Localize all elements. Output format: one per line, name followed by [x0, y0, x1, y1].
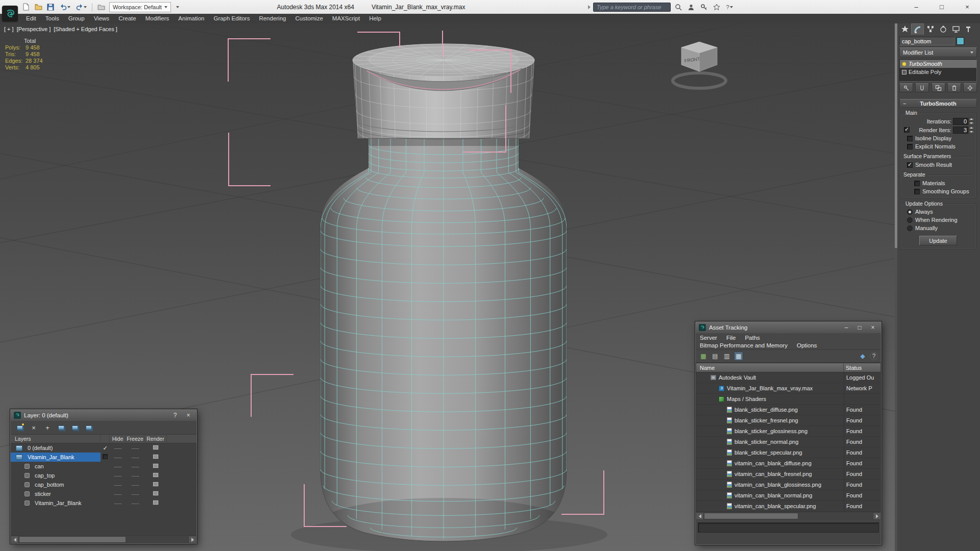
layer-name-cell[interactable]: can	[11, 462, 101, 471]
layer-explorer-window[interactable]: Layer: 0 (default) ? × × + Layers Hide F…	[10, 409, 197, 544]
hide-toggle[interactable]	[110, 463, 126, 469]
column-freeze[interactable]: Freeze	[126, 435, 144, 443]
update-button[interactable]: Update	[919, 236, 957, 245]
command-panel-scrollbar[interactable]	[895, 23, 897, 551]
layer-row[interactable]: can	[11, 462, 197, 471]
render-iters-checkbox[interactable]	[904, 127, 910, 133]
infocenter-toggle-icon[interactable]	[588, 5, 591, 9]
hide-toggle[interactable]	[110, 445, 126, 451]
render-flag-icon[interactable]	[153, 482, 159, 487]
menu-views[interactable]: Views	[89, 14, 114, 23]
asset-row[interactable]: vitamin_can_blank_normal.pngFound	[696, 490, 880, 501]
layer-row[interactable]: cap_bottom	[11, 480, 197, 489]
asset-name-cell[interactable]: blank_sticker_fresnel.png	[696, 415, 844, 425]
vitamin-jar-model[interactable]	[316, 44, 571, 551]
menu-maxscript[interactable]: MAXScript	[328, 14, 364, 23]
scroll-left-button[interactable]	[11, 536, 19, 543]
close-button[interactable]: ×	[954, 0, 980, 14]
new-scene-button[interactable]	[20, 2, 32, 13]
manually-radio[interactable]	[907, 226, 913, 231]
asset-name-cell[interactable]: blank_sticker_specular.png	[696, 447, 844, 458]
add-selection-to-layer-button[interactable]: +	[42, 422, 53, 433]
project-folder-button[interactable]	[95, 2, 107, 13]
menu-create[interactable]: Create	[114, 14, 141, 23]
infocenter-search-input[interactable]	[593, 3, 671, 12]
layer-name-cell[interactable]: Vitamin_Jar_Blank	[11, 453, 101, 462]
layer-help-button[interactable]: ?	[170, 411, 180, 419]
asset-maximize-button[interactable]: □	[854, 323, 865, 332]
view-grid-icon[interactable]: ▦	[734, 352, 743, 361]
always-radio[interactable]	[907, 209, 913, 215]
render-iters-field[interactable]: 3	[953, 127, 968, 134]
make-unique-button[interactable]	[932, 83, 945, 92]
workspace-selector[interactable]: Workspace: Default	[109, 2, 171, 12]
asset-row[interactable]: blank_sticker_glossiness.pngFound	[696, 426, 880, 437]
render-flag-icon[interactable]	[153, 454, 159, 459]
scrollbar-thumb[interactable]	[19, 536, 126, 543]
layer-row[interactable]: Vitamin_Jar_Blank	[11, 498, 197, 508]
render-flag-icon[interactable]	[153, 472, 159, 478]
delete-layer-button[interactable]: ×	[29, 422, 39, 433]
viewport-pov-menu[interactable]: [Perspective ]	[17, 26, 51, 32]
modifier-enabled-bulb-icon[interactable]	[902, 62, 906, 66]
iterations-spinner[interactable]	[969, 117, 974, 125]
tab-utilities[interactable]	[962, 23, 975, 35]
viewport-shading-menu[interactable]: [Shaded + Edged Faces ]	[54, 26, 117, 32]
modifier-stack-item-editable-poly[interactable]: Editable Poly	[900, 68, 976, 76]
layer-name-cell[interactable]: cap_bottom	[11, 480, 101, 489]
layer-row[interactable]: cap_top	[11, 471, 197, 480]
scrollbar-thumb[interactable]	[895, 23, 897, 248]
layer-horizontal-scrollbar[interactable]	[11, 535, 197, 543]
render-flag-icon[interactable]	[153, 445, 159, 450]
asset-row[interactable]: vitamin_can_blank_glossiness.pngFound	[696, 480, 880, 490]
column-layers[interactable]: Layers	[11, 435, 101, 443]
render-iters-spinner[interactable]	[969, 126, 974, 134]
render-cell[interactable]	[144, 445, 167, 451]
asset-menu-server[interactable]: Server	[700, 335, 717, 341]
freeze-toggle[interactable]	[126, 454, 144, 460]
asset-menu-options[interactable]: Options	[797, 342, 817, 348]
asset-name-cell[interactable]: vitamin_can_blank_normal.png	[696, 490, 844, 500]
scroll-right-button[interactable]	[188, 536, 197, 543]
tab-create[interactable]	[898, 23, 911, 35]
smoothing-groups-checkbox[interactable]	[914, 189, 920, 194]
asset-name-cell[interactable]: vitamin_can_blank_diffuse.png	[696, 458, 844, 468]
asset-name-cell[interactable]: Autodesk Vault	[696, 372, 844, 383]
asset-name-cell[interactable]: Vitamin_Jar_Blank_max_vray.max	[696, 383, 844, 393]
favorites-icon[interactable]	[712, 2, 722, 12]
asset-row[interactable]: blank_sticker_normal.pngFound	[696, 437, 880, 447]
resolve-paths-icon[interactable]: ◆	[858, 352, 867, 361]
search-icon[interactable]	[673, 2, 683, 12]
object-color-swatch[interactable]	[957, 37, 964, 45]
explicit-normals-checkbox[interactable]	[907, 144, 913, 149]
when-rendering-radio[interactable]	[907, 217, 913, 223]
column-name[interactable]: Name	[696, 363, 844, 372]
menu-edit[interactable]: Edit	[21, 14, 41, 23]
render-cell[interactable]	[144, 454, 167, 460]
menu-customize[interactable]: Customize	[290, 14, 327, 23]
iterations-field[interactable]: 0	[953, 118, 968, 125]
show-end-result-button[interactable]	[915, 83, 929, 92]
current-layer-box[interactable]	[103, 454, 108, 459]
render-cell[interactable]	[144, 482, 167, 488]
maximize-button[interactable]: □	[929, 0, 954, 14]
scroll-right-button[interactable]	[873, 512, 881, 520]
new-layer-button[interactable]	[15, 422, 25, 433]
render-cell[interactable]	[144, 491, 167, 497]
sign-in-icon[interactable]	[686, 2, 696, 12]
current-layer-check-icon[interactable]	[101, 445, 110, 452]
asset-close-button[interactable]: ×	[868, 323, 878, 332]
materials-checkbox[interactable]	[914, 181, 920, 186]
asset-row[interactable]: vitamin_can_blank_fresnel.pngFound	[696, 469, 880, 480]
freeze-toggle[interactable]	[126, 491, 144, 497]
freeze-toggle[interactable]	[126, 472, 144, 479]
menu-tools[interactable]: Tools	[41, 14, 64, 23]
undo-button[interactable]	[57, 2, 72, 13]
asset-name-cell[interactable]: blank_sticker_normal.png	[696, 437, 844, 447]
hide-toggle[interactable]	[110, 500, 126, 506]
asset-help-icon[interactable]: ?	[870, 352, 878, 360]
menu-animation[interactable]: Animation	[174, 14, 209, 23]
redo-button[interactable]	[74, 2, 89, 13]
app-exchange-icon[interactable]	[699, 2, 709, 12]
asset-name-cell[interactable]: Maps / Shaders	[696, 394, 844, 404]
